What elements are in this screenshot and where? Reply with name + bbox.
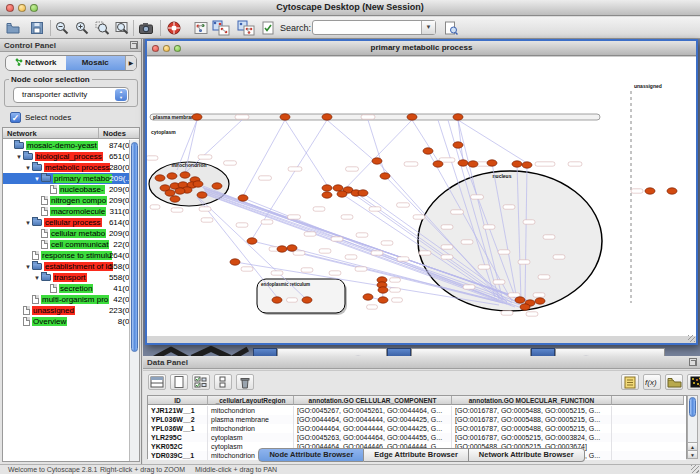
zoom-in-icon[interactable] bbox=[73, 19, 91, 37]
tree-row[interactable]: ▼primary metabol209(... bbox=[3, 173, 129, 184]
graph-node[interactable] bbox=[337, 191, 347, 197]
attribute-list-icon[interactable] bbox=[621, 374, 639, 390]
tab-network[interactable]: Network bbox=[6, 56, 66, 70]
graph-node[interactable] bbox=[192, 114, 202, 120]
tree-row[interactable]: nitrogen compo209(0) bbox=[3, 195, 129, 206]
table-mode-icon[interactable] bbox=[148, 374, 166, 390]
tree-expand-icon[interactable]: ▼ bbox=[24, 220, 32, 226]
tree-column-network[interactable]: Network bbox=[3, 128, 99, 138]
tree-row[interactable]: macromolecule311(0) bbox=[3, 206, 129, 217]
tree-row[interactable]: mosaic-demo-yeast874(0) bbox=[3, 140, 129, 151]
tree-row[interactable]: ▼metabolic process280(0) bbox=[3, 162, 129, 173]
tab-scroll-right-icon[interactable]: ▶ bbox=[125, 56, 136, 70]
graph-node[interactable] bbox=[193, 181, 203, 187]
tree-column-nodes[interactable]: Nodes bbox=[99, 128, 139, 138]
graph-node[interactable] bbox=[667, 188, 677, 194]
table-column-header[interactable]: ID bbox=[148, 396, 208, 405]
graph-node[interactable] bbox=[363, 294, 373, 300]
import-attributes-icon[interactable] bbox=[665, 374, 683, 390]
tree-expand-icon[interactable]: ▼ bbox=[24, 264, 32, 270]
graph-node[interactable] bbox=[165, 190, 175, 196]
zoom-selected-icon[interactable] bbox=[93, 19, 111, 37]
graph-node[interactable] bbox=[378, 297, 388, 303]
tab-network-attribute-browser[interactable]: Network Attribute Browser bbox=[469, 448, 585, 462]
graph-node[interactable] bbox=[453, 142, 463, 148]
graph-node[interactable] bbox=[380, 173, 390, 179]
function-builder-icon[interactable]: f(x) bbox=[643, 374, 661, 390]
graph-node[interactable] bbox=[287, 245, 297, 251]
select-nodes-checkbox[interactable]: ✓ bbox=[10, 112, 21, 123]
save-session-icon[interactable] bbox=[28, 19, 46, 37]
graph-node[interactable] bbox=[487, 160, 497, 166]
zoom-out-icon[interactable] bbox=[53, 19, 71, 37]
graph-node[interactable] bbox=[238, 195, 248, 201]
vizmapper-icon[interactable] bbox=[192, 19, 210, 37]
new-attribute-icon[interactable] bbox=[170, 374, 188, 390]
tree-row[interactable]: ▼biological_process651(0) bbox=[3, 151, 129, 162]
table-row[interactable]: YJR121W__1mitochondrion[GO:0045267, GO:0… bbox=[148, 406, 686, 415]
graph-node[interactable] bbox=[358, 190, 368, 196]
tree-expand-icon[interactable]: ▼ bbox=[33, 275, 41, 281]
graph-node[interactable] bbox=[645, 188, 655, 194]
tab-node-attribute-browser[interactable]: Node Attribute Browser bbox=[258, 448, 364, 462]
open-session-icon[interactable] bbox=[4, 19, 22, 37]
tree-scrollbar[interactable] bbox=[129, 140, 139, 461]
graph-node[interactable] bbox=[423, 148, 433, 154]
graph-node[interactable] bbox=[322, 192, 332, 198]
graph-node[interactable] bbox=[515, 297, 525, 303]
graph-node[interactable] bbox=[372, 158, 382, 164]
zoom-fit-icon[interactable] bbox=[113, 19, 131, 37]
table-column-header[interactable]: _cellularLayoutRegion bbox=[208, 396, 294, 405]
graph-node[interactable] bbox=[458, 160, 468, 166]
table-scrollbar-thumb[interactable] bbox=[689, 397, 696, 417]
heatmap-icon[interactable] bbox=[687, 374, 700, 390]
graph-node[interactable] bbox=[453, 114, 463, 120]
graph-node[interactable] bbox=[522, 162, 532, 168]
app-resize-grip[interactable] bbox=[691, 465, 699, 473]
graph-node[interactable] bbox=[170, 196, 180, 202]
graph-node[interactable] bbox=[535, 298, 545, 304]
table-row[interactable]: YLR295Ccytoplasm[GO:0045263, GO:0044464,… bbox=[148, 433, 686, 442]
tree-row[interactable]: unassigned223(0) bbox=[3, 305, 129, 316]
tree-expand-icon[interactable]: ▼ bbox=[24, 165, 32, 171]
network-window-titlebar[interactable]: primary metabolic process bbox=[147, 41, 696, 56]
graph-node[interactable] bbox=[433, 161, 443, 167]
tree-row[interactable]: cellular metabo209(0) bbox=[3, 228, 129, 239]
select-attributes-icon[interactable] bbox=[192, 374, 210, 390]
graph-node[interactable] bbox=[333, 185, 343, 191]
table-row[interactable]: YPL036W__1mitochondrion[GO:0044464, GO:0… bbox=[148, 424, 686, 433]
tree-row[interactable]: response to stimulu264(0) bbox=[3, 250, 129, 261]
graph-node[interactable] bbox=[302, 297, 312, 303]
graph-node[interactable] bbox=[175, 188, 185, 194]
graph-node[interactable] bbox=[272, 297, 282, 303]
graph-node[interactable] bbox=[512, 161, 522, 167]
node-color-dropdown[interactable]: transporter activity ▲▼ bbox=[13, 87, 129, 103]
help-lifesaver-icon[interactable] bbox=[165, 19, 183, 37]
tree-row[interactable]: ▼establishment of lo558(0) bbox=[3, 261, 129, 272]
search-box[interactable]: ▼ bbox=[312, 20, 436, 35]
tree-row[interactable]: ▼cellular process614(0) bbox=[3, 217, 129, 228]
graph-node[interactable] bbox=[322, 114, 332, 120]
tree-row[interactable]: Overview8(0) bbox=[3, 316, 129, 327]
layout-overlay-1-icon[interactable] bbox=[212, 19, 230, 37]
float-data-panel-icon[interactable] bbox=[689, 358, 697, 366]
tree-scrollbar-thumb[interactable] bbox=[131, 142, 138, 352]
tree-row[interactable]: nucleobase-209(0) bbox=[3, 184, 129, 195]
tab-edge-attribute-browser[interactable]: Edge Attribute Browser bbox=[364, 448, 468, 462]
search-dropdown-arrow-icon[interactable]: ▼ bbox=[421, 21, 435, 34]
delete-attribute-trash-icon[interactable] bbox=[236, 374, 254, 390]
graph-node[interactable] bbox=[155, 175, 165, 181]
graph-node[interactable] bbox=[378, 287, 388, 293]
table-row[interactable]: YPL036W__2plasma membrane[GO:0044464, GO… bbox=[148, 415, 686, 424]
tree-row[interactable]: ▼transport558(0) bbox=[3, 272, 129, 283]
graph-node[interactable] bbox=[247, 238, 257, 244]
layout-overlay-2-icon[interactable] bbox=[237, 19, 255, 37]
graph-node[interactable] bbox=[322, 185, 332, 191]
tree-row[interactable]: multi-organism pro42(0) bbox=[3, 294, 129, 305]
tab-mosaic[interactable]: Mosaic bbox=[66, 56, 126, 70]
advanced-search-icon[interactable] bbox=[442, 19, 460, 37]
table-column-header[interactable]: annotation.GO MOLECULAR_FUNCTION bbox=[452, 396, 612, 405]
float-panel-icon[interactable] bbox=[130, 41, 138, 49]
nucleus-region[interactable] bbox=[418, 171, 602, 311]
tree-row[interactable]: cell communicat22(0) bbox=[3, 239, 129, 250]
